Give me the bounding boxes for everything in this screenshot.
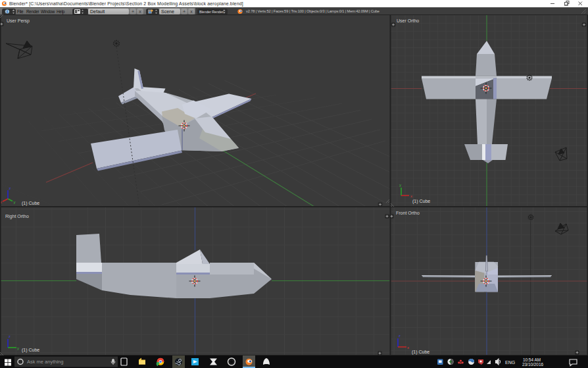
svg-text:x: x (407, 346, 409, 350)
svg-text:y: y (17, 346, 19, 350)
svg-text:ENG: ENG (505, 360, 515, 365)
svg-text:y: y (14, 200, 16, 204)
svg-text:(1) Cube: (1) Cube (22, 348, 39, 353)
svg-text:23/10/2016: 23/10/2016 (522, 362, 543, 367)
svg-text:Right Ortho: Right Ortho (5, 214, 29, 219)
svg-text:z: z (9, 334, 11, 338)
svg-text:10:54 AM: 10:54 AM (523, 357, 541, 362)
svg-text:(1) Cube: (1) Cube (22, 201, 39, 206)
svg-text:y: y (399, 183, 401, 187)
svg-text:(1) Cube: (1) Cube (412, 350, 429, 355)
svg-text:z: z (399, 334, 401, 338)
svg-text:Front Ortho: Front Ortho (396, 211, 420, 215)
svg-text:User Persp: User Persp (7, 18, 30, 24)
svg-text:x: x (410, 194, 412, 198)
svg-text:(1) Cube: (1) Cube (412, 199, 430, 204)
svg-text:User Ortho: User Ortho (397, 18, 419, 23)
svg-text:Ask me anything: Ask me anything (27, 359, 63, 365)
svg-text:z: z (9, 186, 11, 190)
svg-text:i: i (7, 9, 8, 14)
